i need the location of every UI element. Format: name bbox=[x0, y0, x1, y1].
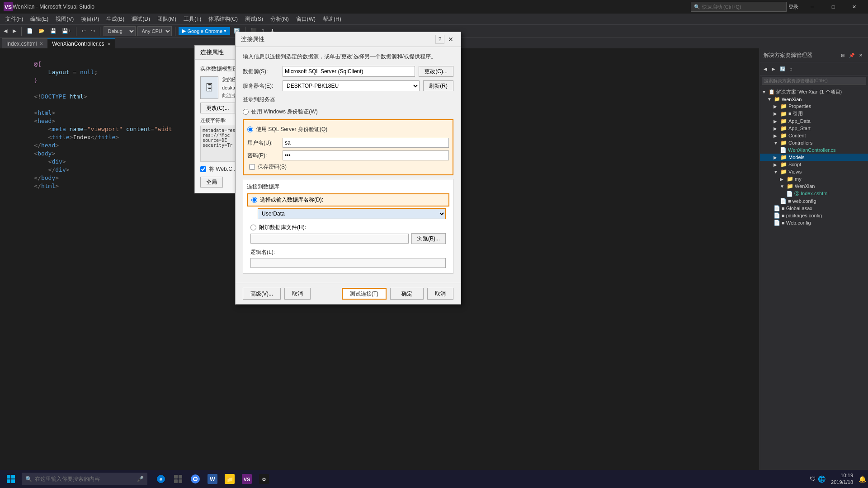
save-password-row: 保存密码(S) bbox=[247, 163, 449, 171]
global-button[interactable]: 全局 bbox=[200, 177, 223, 188]
debug-mode-select[interactable]: Debug Release bbox=[104, 26, 136, 36]
tree-wenxiancontroller[interactable]: 📄 WenXianController.cs bbox=[760, 146, 868, 154]
tree-globalasax[interactable]: 📄 ■ Global.asax bbox=[760, 205, 868, 212]
platform-select[interactable]: Any CPU x86 x64 bbox=[137, 26, 172, 36]
tree-webconfig[interactable]: 📄 ■ Web.config bbox=[760, 219, 868, 226]
close-button[interactable]: ✕ bbox=[844, 0, 864, 14]
tab-wenxian-controller[interactable]: WenXianController.cs ✕ bbox=[47, 38, 115, 48]
tab-index-cshtml[interactable]: Index.cshtml ✕ bbox=[2, 38, 47, 48]
tree-webconfig-views[interactable]: 📄 ■ web.config bbox=[760, 197, 868, 205]
select-db-radio[interactable] bbox=[251, 197, 257, 203]
tree-appdata[interactable]: ▶ 📁 App_Data bbox=[760, 117, 868, 125]
cancel-button-1[interactable]: 取消 bbox=[284, 288, 311, 300]
tab-close-controller[interactable]: ✕ bbox=[107, 42, 111, 47]
tree-views[interactable]: ▼ 📁 Views bbox=[760, 168, 868, 175]
refresh-button[interactable]: 刷新(R) bbox=[423, 80, 453, 91]
save-password-checkbox[interactable] bbox=[249, 164, 255, 170]
sql-auth-label: 使用 SQL Server 身份验证(Q) bbox=[256, 126, 327, 133]
quick-launch-input[interactable] bbox=[702, 4, 783, 9]
login-label[interactable]: 登录 bbox=[788, 4, 798, 10]
start-button[interactable] bbox=[2, 470, 20, 488]
change-confirm-button[interactable]: 更改(C)... bbox=[200, 103, 235, 113]
taskbar-taskview-icon[interactable] bbox=[170, 471, 186, 487]
tree-references[interactable]: ▶ 📁 ■ 引用 bbox=[760, 110, 868, 117]
tree-script[interactable]: ▶ 📁 Script bbox=[760, 161, 868, 168]
menu-help[interactable]: 帮助(H) bbox=[319, 14, 345, 24]
menu-debug[interactable]: 调试(D) bbox=[128, 14, 154, 24]
menu-build[interactable]: 生成(B) bbox=[103, 14, 128, 24]
sidebar-refresh-button[interactable]: 🔄 bbox=[778, 64, 787, 74]
tree-indexcshtml[interactable]: 📄 ⓪ Index.cshtml bbox=[760, 190, 868, 197]
taskbar-explorer-icon[interactable]: 📁 bbox=[222, 471, 238, 487]
tree-solution[interactable]: ▼ 📋 解决方案 'WenXian'(1 个项目) bbox=[760, 88, 868, 96]
db-file-input[interactable] bbox=[250, 234, 409, 244]
database-select[interactable]: UserData bbox=[258, 208, 446, 219]
run-button[interactable]: ▶ Google Chrome ▾ bbox=[179, 27, 230, 35]
tree-controllers[interactable]: ▼ 📁 Controllers bbox=[760, 139, 868, 146]
windows-auth-radio[interactable] bbox=[243, 109, 249, 115]
dialog-close-button[interactable]: ✕ bbox=[446, 35, 455, 44]
sidebar-close-button[interactable]: ✕ bbox=[857, 50, 864, 60]
tree-wenxian[interactable]: ▼ 📁 WenXian bbox=[760, 96, 868, 103]
toolbar-sep-1 bbox=[21, 27, 22, 36]
username-input[interactable] bbox=[283, 138, 449, 148]
sql-auth-radio[interactable] bbox=[247, 127, 253, 132]
sidebar-pin-button[interactable]: 📌 bbox=[847, 50, 856, 60]
taskbar-vs-icon[interactable]: VS bbox=[239, 471, 255, 487]
tree-properties[interactable]: ▶ 📁 Properties bbox=[760, 103, 868, 110]
tree-packagesconfig[interactable]: 📄 ■ packages.config bbox=[760, 212, 868, 219]
datasource-input[interactable] bbox=[283, 66, 415, 77]
sidebar-forward-button[interactable]: ▶ bbox=[770, 64, 777, 74]
new-project-button[interactable]: 📄 bbox=[25, 26, 35, 36]
dialog-help-button[interactable]: ? bbox=[435, 35, 444, 44]
taskbar-chrome-icon[interactable] bbox=[187, 471, 203, 487]
menu-project[interactable]: 项目(P) bbox=[77, 14, 103, 24]
ok-button[interactable]: 确定 bbox=[390, 288, 424, 300]
forward-button[interactable]: ▶ bbox=[11, 26, 18, 36]
tab-close-index[interactable]: ✕ bbox=[39, 41, 43, 46]
taskbar-notification-icon[interactable]: 🔔 bbox=[859, 475, 866, 483]
open-button[interactable]: 📂 bbox=[37, 26, 47, 36]
tree-content[interactable]: ▶ 📁 Content bbox=[760, 132, 868, 139]
menu-team[interactable]: 团队(M) bbox=[154, 14, 180, 24]
save-all-button[interactable]: 💾+ bbox=[60, 26, 73, 36]
sidebar-search-input[interactable] bbox=[762, 77, 866, 84]
server-select[interactable]: DESKTOP-PBK18EU bbox=[283, 80, 420, 91]
undo-button[interactable]: ↩ bbox=[80, 26, 87, 36]
menu-file[interactable]: 文件(F) bbox=[2, 14, 27, 24]
svg-text:e: e bbox=[160, 476, 163, 483]
taskbar-word-icon[interactable]: W bbox=[204, 471, 221, 487]
sidebar-collapse-button[interactable]: ⊟ bbox=[839, 50, 846, 60]
change-button[interactable]: 更改(C)... bbox=[419, 66, 453, 77]
sidebar-home-button[interactable]: ⌂ bbox=[788, 64, 794, 74]
restore-button[interactable]: □ bbox=[823, 0, 844, 14]
logical-input[interactable] bbox=[250, 258, 446, 268]
menu-analyze[interactable]: 分析(N) bbox=[267, 14, 292, 24]
menu-test[interactable]: 测试(S) bbox=[241, 14, 267, 24]
webconfig-checkbox[interactable] bbox=[200, 166, 206, 172]
taskbar-search-input[interactable] bbox=[35, 476, 134, 482]
sidebar-back-button[interactable]: ◀ bbox=[762, 64, 769, 74]
taskbar-edge-icon[interactable]: e bbox=[153, 471, 169, 487]
menu-window[interactable]: 窗口(W) bbox=[292, 14, 319, 24]
menu-edit[interactable]: 编辑(E) bbox=[27, 14, 52, 24]
menu-tools[interactable]: 工具(T) bbox=[180, 14, 205, 24]
cancel-button-2[interactable]: 取消 bbox=[427, 288, 453, 300]
redo-button[interactable]: ↪ bbox=[89, 26, 97, 36]
browse-button[interactable]: 浏览(B)... bbox=[411, 233, 446, 244]
tree-my[interactable]: ▶ 📁 my bbox=[760, 175, 868, 183]
tree-arrow-solution: ▼ bbox=[762, 89, 767, 94]
test-connection-button[interactable]: 测试连接(T) bbox=[342, 288, 387, 300]
tree-wenxianview[interactable]: ▼ 📁 WenXian bbox=[760, 183, 868, 190]
taskbar-cmd-icon[interactable]: ⚙ bbox=[256, 471, 272, 487]
minimize-button[interactable]: ─ bbox=[802, 0, 823, 14]
tree-models[interactable]: ▶ 📁 Models bbox=[760, 154, 868, 161]
password-input[interactable] bbox=[283, 150, 449, 160]
back-button[interactable]: ◀ bbox=[2, 26, 9, 36]
attach-db-radio[interactable] bbox=[250, 225, 256, 230]
advanced-button[interactable]: 高级(V)... bbox=[243, 288, 281, 300]
menu-view[interactable]: 视图(V) bbox=[52, 14, 77, 24]
menu-arch[interactable]: 体系结构(C) bbox=[205, 14, 241, 24]
tree-appstart[interactable]: ▶ 📁 App_Start bbox=[760, 125, 868, 132]
save-button[interactable]: 💾 bbox=[48, 26, 58, 36]
